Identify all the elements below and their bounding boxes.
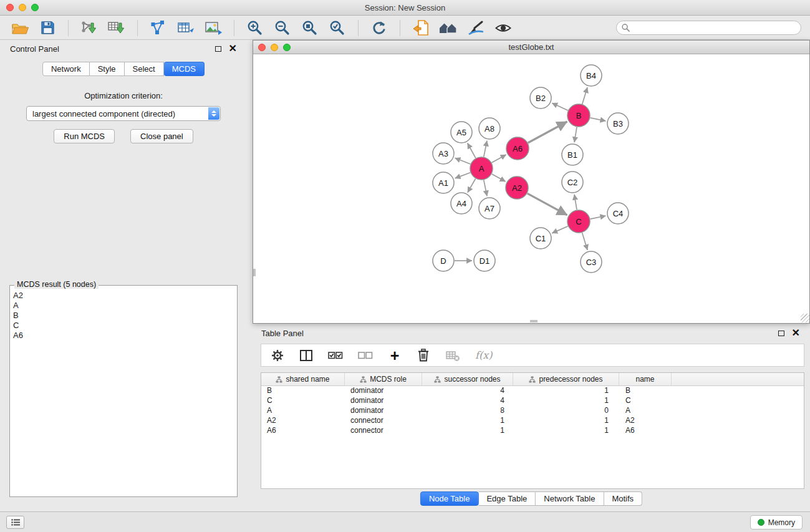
graph-edge[interactable] (468, 143, 476, 158)
graph-edge[interactable] (468, 179, 476, 193)
column-header-shared-name[interactable]: shared name (261, 373, 345, 385)
tab-network[interactable]: Network (42, 62, 90, 76)
open-session-button[interactable] (410, 18, 432, 38)
export-image-button[interactable] (202, 18, 224, 38)
graph-node-B3[interactable]: B3 (607, 113, 629, 134)
new-network-button[interactable] (147, 18, 170, 38)
tab-network-table[interactable]: Network Table (536, 491, 604, 506)
table-row[interactable]: Cdominator41C (261, 396, 804, 406)
table-settings-button[interactable] (271, 348, 284, 363)
first-neighbors-button[interactable] (437, 18, 460, 38)
vertical-scrollbar[interactable] (253, 269, 256, 276)
graph-node-C4[interactable]: C4 (607, 203, 629, 224)
maximize-window-button[interactable] (31, 4, 39, 11)
table-row[interactable]: Bdominator41B (261, 386, 804, 396)
minimize-window-button[interactable] (19, 4, 26, 11)
graph-node-A4[interactable]: A4 (451, 193, 472, 214)
graph-edge[interactable] (528, 193, 567, 215)
new-network-table-button[interactable] (175, 18, 197, 38)
network-view[interactable]: B4B2BB3A5A8A6B1A3AC2A1A2A4A7C4CC1C3DD1 (253, 54, 809, 322)
refresh-layout-button[interactable] (368, 18, 390, 38)
graph-edge[interactable] (484, 141, 487, 157)
graph-node-C[interactable]: C (567, 210, 590, 233)
apply-style-button[interactable] (465, 18, 487, 38)
graph-node-A[interactable]: A (470, 157, 493, 180)
mcds-result-item[interactable]: C (12, 321, 235, 331)
tab-mcds[interactable]: MCDS (164, 62, 205, 76)
select-all-button[interactable] (328, 348, 343, 363)
tab-motifs[interactable]: Motifs (604, 491, 642, 506)
graph-node-D[interactable]: D (433, 250, 454, 271)
column-header-successor-nodes[interactable]: successor nodes (422, 373, 513, 385)
graph-node-B2[interactable]: B2 (530, 87, 551, 109)
graph-node-C3[interactable]: C3 (581, 251, 602, 273)
horizontal-scrollbar[interactable] (530, 320, 538, 322)
close-table-panel-icon[interactable]: ✕ (792, 329, 800, 337)
graph-edge[interactable] (591, 118, 606, 121)
column-header-name[interactable]: name (619, 373, 672, 385)
tab-edge-table[interactable]: Edge Table (478, 491, 536, 506)
graph-node-B[interactable]: B (567, 104, 590, 127)
network-close-button[interactable] (258, 44, 266, 51)
graph-edge[interactable] (574, 195, 577, 210)
graph-node-C2[interactable]: C2 (562, 172, 583, 193)
zoom-selected-button[interactable] (326, 18, 349, 38)
graph-node-A1[interactable]: A1 (433, 172, 454, 193)
network-maximize-button[interactable] (283, 44, 291, 51)
delete-column-button[interactable] (417, 348, 430, 363)
column-header-mcds-role[interactable]: MCDS role (345, 373, 422, 385)
network-window-titlebar[interactable]: testGlobe.txt (253, 41, 809, 54)
graph-edge[interactable] (528, 122, 567, 143)
mcds-result-item[interactable]: B (12, 311, 235, 321)
criterion-dropdown[interactable]: largest connected component (directed) (26, 106, 221, 121)
resize-grip[interactable] (801, 314, 809, 322)
table-row[interactable]: A2connector11A2 (261, 416, 804, 426)
table-row[interactable]: Adominator80A (261, 406, 804, 416)
task-history-button[interactable] (6, 516, 24, 529)
graph-edge[interactable] (484, 180, 487, 196)
graph-edge[interactable] (552, 226, 567, 233)
tab-select[interactable]: Select (125, 62, 164, 76)
search-input[interactable] (633, 24, 796, 32)
show-columns-button[interactable] (299, 348, 313, 363)
graph-node-A8[interactable]: A8 (479, 118, 500, 139)
mcds-result-item[interactable]: A6 (12, 331, 235, 341)
run-mcds-button[interactable]: Run MCDS (54, 129, 115, 143)
close-panel-button[interactable]: Close panel (130, 129, 193, 143)
memory-button[interactable]: Memory (750, 515, 803, 530)
graph-node-A3[interactable]: A3 (433, 143, 454, 164)
open-file-button[interactable] (9, 18, 31, 38)
graph-edge[interactable] (455, 158, 471, 164)
graph-node-A7[interactable]: A7 (479, 198, 500, 219)
column-header-predecessor-nodes[interactable]: predecessor nodes (513, 373, 619, 385)
mcds-result-item[interactable]: A (12, 301, 235, 311)
graph-node-C1[interactable]: C1 (530, 228, 551, 249)
import-table-button[interactable] (105, 18, 128, 38)
graph-edge[interactable] (492, 174, 506, 181)
float-table-panel-icon[interactable] (778, 331, 784, 336)
graph-node-B1[interactable]: B1 (562, 144, 583, 165)
zoom-in-button[interactable] (244, 18, 266, 38)
graph-node-A6[interactable]: A6 (506, 137, 529, 160)
tab-style[interactable]: Style (90, 62, 125, 76)
graph-edge[interactable] (492, 155, 506, 163)
close-panel-icon[interactable]: ✕ (229, 45, 237, 52)
tab-node-table[interactable]: Node Table (420, 491, 479, 506)
add-column-button[interactable]: + (388, 348, 402, 363)
graph-node-A5[interactable]: A5 (451, 122, 472, 143)
graph-edge[interactable] (591, 216, 606, 219)
delete-table-button[interactable] (445, 348, 460, 363)
graph-edge[interactable] (455, 173, 471, 178)
close-window-button[interactable] (6, 4, 14, 11)
zoom-fit-button[interactable] (299, 18, 321, 38)
table-row[interactable]: A6connector11A6 (261, 426, 804, 436)
save-session-button[interactable] (36, 18, 59, 38)
import-network-button[interactable] (78, 18, 100, 38)
function-builder-button[interactable]: f(x) (475, 348, 492, 363)
float-panel-icon[interactable] (215, 46, 221, 52)
network-minimize-button[interactable] (271, 44, 278, 51)
graph-node-D1[interactable]: D1 (474, 250, 495, 271)
deselect-all-button[interactable] (358, 348, 373, 363)
graph-edge[interactable] (574, 127, 577, 142)
graph-node-B4[interactable]: B4 (581, 65, 602, 86)
